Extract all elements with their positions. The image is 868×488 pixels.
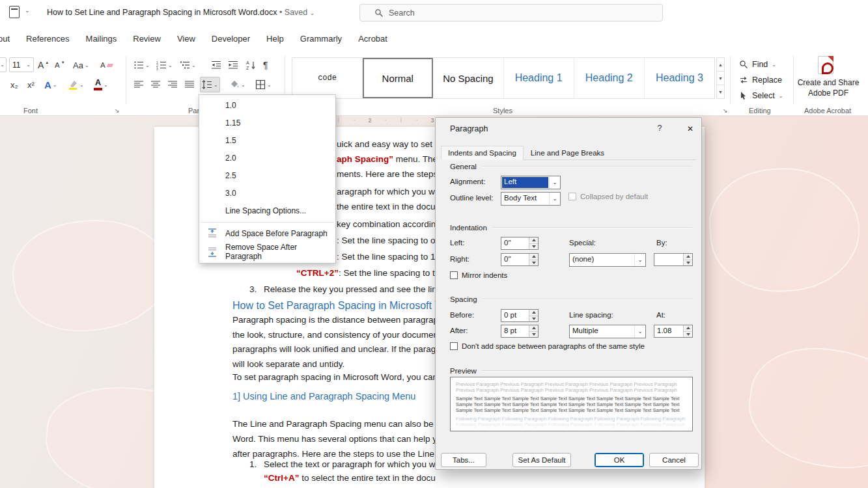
chevron-down-icon[interactable]: ⌄ bbox=[634, 254, 645, 266]
line-spacing-option-2.5[interactable]: 2.5 bbox=[199, 167, 335, 185]
remove-space-after-item[interactable]: Remove Space After Paragraph bbox=[199, 243, 335, 261]
ribbon-tab-acrobat[interactable]: Acrobat bbox=[358, 34, 387, 44]
gallery-scroll-down-button[interactable]: ▼ bbox=[716, 72, 725, 85]
replace-button[interactable]: Replace bbox=[739, 75, 782, 85]
ribbon-tab-help[interactable]: Help bbox=[266, 34, 284, 44]
collapsed-by-default-checkbox[interactable]: Collapsed by default bbox=[568, 193, 648, 200]
gallery-scroll-up-button[interactable]: ▲ bbox=[716, 57, 725, 72]
line-spacing-option-2.0[interactable]: 2.0 bbox=[199, 150, 335, 167]
ribbon-tab-view[interactable]: View bbox=[177, 34, 195, 44]
text-effects-button[interactable]: A⌄ bbox=[43, 77, 59, 92]
line-spacing-option-3.0[interactable]: 3.0 bbox=[199, 185, 335, 202]
sort-button[interactable]: AZ bbox=[245, 57, 258, 73]
indent-right-spinner[interactable]: 0" bbox=[501, 253, 539, 266]
chevron-down-icon[interactable]: ⌄ bbox=[549, 176, 560, 189]
find-button[interactable]: Find ⌄ bbox=[739, 60, 776, 69]
spin-up-button[interactable] bbox=[684, 325, 692, 331]
acrobat-button-line2[interactable]: Adobe PDF bbox=[796, 88, 861, 98]
after-spinner[interactable]: 8 pt bbox=[501, 325, 539, 338]
ok-button[interactable]: OK bbox=[595, 453, 644, 467]
font-color-button[interactable]: A ⌄ bbox=[92, 77, 109, 92]
search-input[interactable] bbox=[389, 8, 636, 18]
chevron-down-icon[interactable]: ⌄ bbox=[25, 7, 30, 14]
line-spacing-option-1.5[interactable]: 1.5 bbox=[199, 132, 335, 150]
dont-add-space-checkbox[interactable]: Don't add space between paragraphs of th… bbox=[450, 342, 645, 350]
special-combo[interactable]: (none) ⌄ bbox=[569, 253, 646, 267]
saved-status[interactable]: Saved bbox=[285, 8, 307, 17]
style-normal[interactable]: Normal bbox=[363, 58, 433, 98]
align-right-button[interactable] bbox=[166, 77, 179, 92]
ribbon-tab-grammarly[interactable]: Grammarly bbox=[300, 34, 342, 44]
borders-button[interactable]: ⌄ bbox=[254, 77, 273, 92]
spin-down-button[interactable] bbox=[529, 316, 538, 322]
style-heading-2[interactable]: Heading 2 bbox=[574, 58, 645, 98]
bullets-button[interactable]: ⌄ bbox=[132, 57, 151, 73]
line-spacing-option-1.15[interactable]: 1.15 bbox=[199, 115, 335, 132]
chevron-down-icon[interactable]: ⌄ bbox=[310, 10, 315, 16]
style-code[interactable]: code bbox=[292, 58, 363, 98]
decrease-indent-button[interactable] bbox=[210, 57, 223, 73]
line-spacing-option-1.0[interactable]: 1.0 bbox=[199, 97, 335, 115]
indent-left-spinner[interactable]: 0" bbox=[501, 237, 539, 250]
change-case-button[interactable]: Aa ⌄ bbox=[72, 57, 91, 73]
font-size-combo[interactable]: 11 ⌄ bbox=[9, 57, 34, 72]
superscript-button[interactable]: x² bbox=[26, 77, 36, 92]
multilevel-list-button[interactable]: ⌄ bbox=[178, 57, 197, 73]
tab-line-and-page-breaks[interactable]: Line and Page Breaks bbox=[524, 146, 611, 160]
ribbon-tab-review[interactable]: Review bbox=[133, 34, 161, 44]
ribbon-tab-developer[interactable]: Developer bbox=[212, 34, 250, 44]
spin-down-button[interactable] bbox=[684, 331, 692, 338]
ribbon-tab-mailings[interactable]: Mailings bbox=[86, 34, 117, 44]
ribbon-tab-references[interactable]: References bbox=[26, 34, 69, 44]
search-box[interactable] bbox=[359, 4, 663, 21]
spin-down-button[interactable] bbox=[684, 260, 692, 266]
align-center-button[interactable] bbox=[149, 77, 162, 92]
style-heading-3[interactable]: Heading 3 bbox=[645, 58, 714, 98]
font-name-combo-partial[interactable]: ⌄ bbox=[0, 57, 7, 72]
spin-down-button[interactable] bbox=[529, 331, 538, 338]
gallery-more-button[interactable]: ▼ bbox=[716, 85, 725, 99]
subscript-button[interactable]: x₂ bbox=[9, 77, 20, 92]
style-no-spacing[interactable]: No Spacing bbox=[433, 58, 503, 98]
mirror-indents-checkbox[interactable]: Mirror indents bbox=[450, 271, 507, 279]
style-heading-1[interactable]: Heading 1 bbox=[504, 58, 574, 98]
spin-up-button[interactable] bbox=[529, 237, 538, 243]
tabs-button[interactable]: Tabs... bbox=[441, 453, 486, 467]
tab-indents-and-spacing[interactable]: Indents and Spacing bbox=[441, 146, 524, 160]
spin-down-button[interactable] bbox=[529, 243, 538, 250]
outline-level-combo[interactable]: Body Text ⌄ bbox=[501, 192, 561, 206]
line-spacing-button[interactable]: ⌄ bbox=[200, 77, 220, 92]
spin-up-button[interactable] bbox=[529, 310, 538, 316]
ribbon-tab-out[interactable]: out bbox=[0, 34, 10, 44]
spin-up-button[interactable] bbox=[529, 325, 538, 331]
adobe-pdf-icon[interactable] bbox=[818, 56, 833, 74]
shrink-font-button[interactable]: A▼ bbox=[53, 57, 66, 73]
at-spinner[interactable]: 1.08 bbox=[654, 325, 693, 338]
alignment-combo[interactable]: Left ⌄ bbox=[501, 176, 561, 189]
increase-indent-button[interactable] bbox=[227, 57, 240, 73]
select-button[interactable]: Select ⌄ bbox=[739, 91, 783, 100]
spin-up-button[interactable] bbox=[684, 254, 692, 260]
justify-button[interactable] bbox=[183, 77, 196, 92]
styles-dialog-launcher[interactable]: ↘ bbox=[723, 107, 728, 114]
spin-down-button[interactable] bbox=[529, 260, 538, 266]
before-spinner[interactable]: 0 pt bbox=[501, 309, 539, 322]
chevron-down-icon[interactable]: ⌄ bbox=[634, 325, 645, 338]
shading-button[interactable]: ⌄ bbox=[228, 77, 247, 92]
add-space-before-item[interactable]: Add Space Before Paragraph bbox=[199, 224, 335, 243]
set-as-default-button[interactable]: Set As Default bbox=[512, 453, 571, 467]
highlight-color-button[interactable]: ⌄ bbox=[66, 77, 85, 92]
close-icon[interactable]: ✕ bbox=[681, 122, 699, 136]
font-dialog-launcher[interactable]: ↘ bbox=[115, 107, 120, 114]
numbering-button[interactable]: 123 ⌄ bbox=[155, 57, 174, 73]
grow-font-button[interactable]: A▲ bbox=[36, 57, 50, 73]
help-icon[interactable]: ? bbox=[654, 124, 665, 133]
line-spacing-combo[interactable]: Multiple ⌄ bbox=[569, 325, 646, 338]
by-spinner[interactable] bbox=[654, 253, 693, 266]
show-formatting-button[interactable]: ¶ bbox=[262, 57, 270, 73]
spin-up-button[interactable] bbox=[529, 254, 538, 260]
line-spacing-options-item[interactable]: Line Spacing Options... bbox=[199, 202, 335, 220]
clear-formatting-button[interactable]: A bbox=[99, 57, 114, 73]
acrobat-button-line1[interactable]: Create and Share bbox=[796, 78, 861, 87]
cancel-button[interactable]: Cancel bbox=[649, 453, 699, 467]
